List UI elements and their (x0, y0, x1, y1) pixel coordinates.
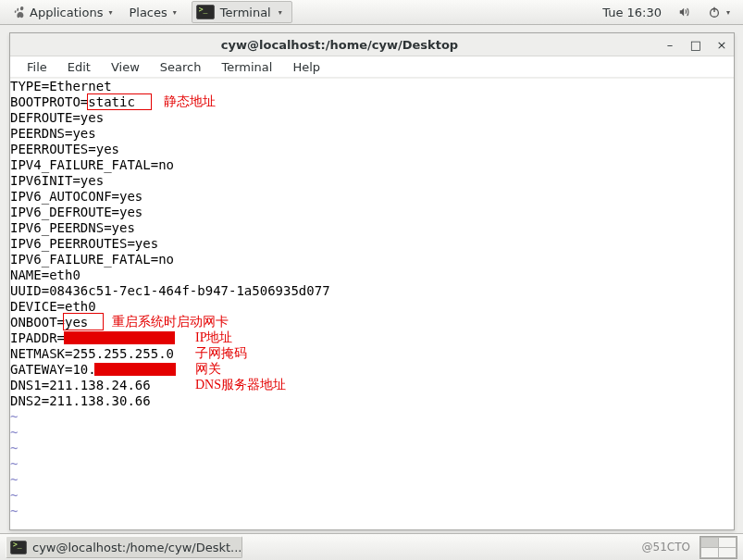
volume-icon (678, 6, 691, 19)
annotation-ip: IP地址 (195, 330, 232, 345)
svg-rect-1 (713, 7, 714, 12)
chevron-down-icon: ▾ (108, 8, 112, 17)
menu-help[interactable]: Help (283, 58, 329, 76)
gnome-top-panel: Applications ▾ Places ▾ Terminal ▾ Tue 1… (0, 0, 743, 25)
power-menu[interactable]: ▾ (700, 4, 737, 20)
config-line: TYPE=Ethernet (10, 79, 112, 94)
vim-tilde: ~ (10, 456, 18, 472)
redacted-gateway (94, 363, 176, 376)
annotation-gateway: 网关 (195, 361, 221, 377)
chevron-down-icon: ▾ (279, 8, 282, 17)
menu-view[interactable]: View (102, 58, 149, 76)
clock-label: Tue 16:30 (602, 6, 662, 19)
config-line: IPV6_AUTOCONF=yes (10, 189, 142, 205)
config-line: NETMASK=255.255.255.0 (10, 346, 174, 362)
places-menu[interactable]: Places ▾ (121, 4, 183, 21)
panel-task-label: Terminal (220, 6, 271, 19)
window-titlebar[interactable]: cyw@localhost:/home/cyw/Desktop – □ × (10, 33, 734, 56)
applications-label: Applications (30, 6, 103, 19)
vim-tilde: ~ (10, 472, 18, 488)
workspace-cell-1[interactable] (701, 538, 718, 547)
config-line: DNS2=211.138.30.66 (10, 393, 151, 409)
terminal-window: cyw@localhost:/home/cyw/Desktop – □ × Fi… (9, 32, 735, 530)
config-line: DEVICE=eth0 (10, 299, 96, 315)
config-line: NAME=eth0 (10, 268, 80, 283)
menu-edit[interactable]: Edit (58, 58, 100, 76)
vim-tilde: ~ (10, 441, 18, 456)
config-line: GATEWAY=10. (10, 362, 96, 378)
terminal-viewport[interactable]: TYPE=Ethernet BOOTPROTO=static DEFROUTE=… (10, 78, 734, 529)
terminal-icon (10, 541, 27, 554)
annotation-netmask: 子网掩码 (195, 345, 247, 361)
config-line: ONBOOT=yes (10, 315, 88, 330)
workspace-cell-4[interactable] (719, 548, 736, 557)
config-line: IPV6_PEERROUTES=yes (10, 236, 158, 252)
panel-left-group: Applications ▾ Places ▾ Terminal ▾ (6, 1, 292, 23)
terminal-menubar: File Edit View Search Terminal Help (10, 56, 734, 78)
vim-tilde: ~ (10, 425, 18, 441)
menu-terminal[interactable]: Terminal (212, 58, 281, 76)
clock[interactable]: Tue 16:30 (595, 4, 669, 21)
config-line: IPV6_FAILURE_FATAL=no (10, 252, 174, 268)
minimize-button[interactable]: – (663, 38, 676, 52)
panel-right-group: Tue 16:30 ▾ (595, 4, 737, 21)
annotation-dns: DNS服务器地址 (195, 377, 286, 392)
panel-task-terminal[interactable]: Terminal ▾ (192, 1, 292, 23)
close-button[interactable]: × (715, 38, 728, 52)
vim-tilde: ~ (10, 504, 18, 519)
window-controls: – □ × (663, 38, 728, 52)
maximize-button[interactable]: □ (689, 38, 702, 52)
config-line: IPV6INIT=yes (10, 173, 104, 189)
annotation-reboot-nic: 重启系统时启动网卡 (112, 314, 229, 330)
vim-tilde: ~ (10, 409, 18, 425)
config-line: PEERDNS=yes (10, 126, 96, 142)
config-line: DEFROUTE=yes (10, 110, 104, 126)
config-line: DNS1=211.138.24.66 (10, 378, 151, 393)
config-line: UUID=08436c51-7ec1-464f-b947-1a506935d07… (10, 283, 330, 299)
chevron-down-icon: ▾ (726, 8, 730, 17)
config-line: IPADDR= (10, 330, 65, 346)
config-line: BOOTPROTO=static (10, 94, 135, 110)
gnome-foot-icon (13, 6, 26, 19)
redacted-ipaddr (64, 331, 175, 344)
places-label: Places (129, 6, 167, 19)
workspace-switcher[interactable] (700, 536, 737, 559)
gnome-bottom-panel: cyw@localhost:/home/cyw/Deskt... @51CTO … (0, 533, 743, 560)
taskbar-entry-terminal[interactable]: cyw@localhost:/home/cyw/Deskt... (6, 536, 242, 558)
power-icon (708, 6, 721, 19)
volume-indicator[interactable] (671, 4, 699, 20)
menu-search[interactable]: Search (151, 58, 211, 76)
annotation-static-address: 静态地址 (164, 93, 216, 109)
workspace-cell-2[interactable] (719, 538, 736, 547)
workspace-cell-3[interactable] (701, 548, 718, 557)
terminal-icon (196, 5, 215, 19)
applications-menu[interactable]: Applications ▾ (6, 4, 119, 21)
vim-tilde: ~ (10, 488, 18, 504)
menu-file[interactable]: File (18, 58, 56, 76)
config-line: IPV4_FAILURE_FATAL=no (10, 157, 174, 173)
watermark-text: @51CTO (642, 541, 690, 554)
config-line: IPV6_PEERDNS=yes (10, 220, 135, 236)
config-line: IPV6_DEFROUTE=yes (10, 205, 142, 220)
chevron-down-icon: ▾ (173, 8, 177, 17)
config-line: PEERROUTES=yes (10, 142, 119, 157)
bottom-right-group: @51CTO 1/4 (642, 536, 737, 559)
window-title: cyw@localhost:/home/cyw/Desktop (16, 38, 663, 52)
taskbar-entry-label: cyw@localhost:/home/cyw/Deskt... (32, 541, 241, 554)
